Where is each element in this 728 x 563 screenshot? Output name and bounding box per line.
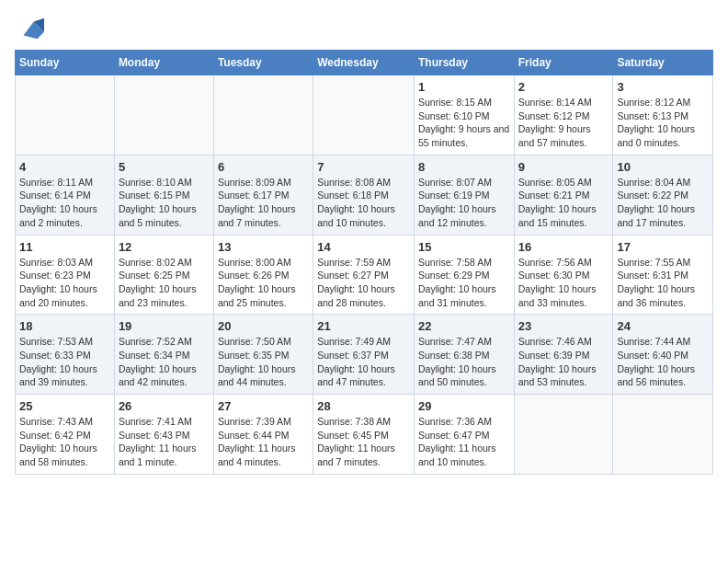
day-number: 7 [317, 160, 410, 174]
week-row-4: 25Sunrise: 7:43 AMSunset: 6:42 PMDayligh… [16, 395, 713, 475]
day-info: Sunrise: 8:10 AMSunset: 6:15 PMDaylight:… [119, 176, 210, 230]
day-info: Sunrise: 7:47 AMSunset: 6:38 PMDaylight:… [418, 335, 510, 389]
header-cell-friday: Friday [514, 51, 613, 75]
calendar-cell: 17Sunrise: 7:55 AMSunset: 6:31 PMDayligh… [613, 235, 713, 315]
day-info: Sunrise: 8:09 AMSunset: 6:17 PMDaylight:… [218, 176, 309, 230]
day-info: Sunrise: 7:55 AMSunset: 6:31 PMDaylight:… [617, 256, 709, 310]
day-info: Sunrise: 7:53 AMSunset: 6:33 PMDaylight:… [19, 335, 110, 389]
calendar-cell: 16Sunrise: 7:56 AMSunset: 6:30 PMDayligh… [514, 235, 613, 315]
calendar-cell: 3Sunrise: 8:12 AMSunset: 6:13 PMDaylight… [613, 75, 713, 155]
calendar-cell: 10Sunrise: 8:04 AMSunset: 6:22 PMDayligh… [613, 155, 713, 235]
day-number: 17 [617, 240, 709, 254]
calendar-cell: 24Sunrise: 7:44 AMSunset: 6:40 PMDayligh… [613, 315, 713, 395]
day-number: 23 [518, 319, 609, 333]
day-number: 4 [19, 160, 110, 174]
day-number: 24 [617, 319, 709, 333]
day-number: 6 [218, 160, 309, 174]
day-number: 12 [119, 240, 210, 254]
calendar-cell: 12Sunrise: 8:02 AMSunset: 6:25 PMDayligh… [114, 235, 213, 315]
day-number: 21 [317, 319, 410, 333]
day-info: Sunrise: 7:50 AMSunset: 6:35 PMDaylight:… [218, 335, 309, 389]
day-info: Sunrise: 7:52 AMSunset: 6:34 PMDaylight:… [119, 335, 210, 389]
calendar-cell: 25Sunrise: 7:43 AMSunset: 6:42 PMDayligh… [16, 395, 115, 475]
day-info: Sunrise: 7:44 AMSunset: 6:40 PMDaylight:… [617, 335, 709, 389]
header-cell-wednesday: Wednesday [313, 51, 415, 75]
day-info: Sunrise: 7:49 AMSunset: 6:37 PMDaylight:… [317, 335, 410, 389]
calendar-table: SundayMondayTuesdayWednesdayThursdayFrid… [15, 50, 713, 475]
calendar-cell: 9Sunrise: 8:05 AMSunset: 6:21 PMDaylight… [514, 155, 613, 235]
day-info: Sunrise: 8:05 AMSunset: 6:21 PMDaylight:… [518, 176, 609, 230]
day-number: 1 [418, 80, 510, 94]
day-number: 2 [518, 80, 609, 94]
calendar-cell: 5Sunrise: 8:10 AMSunset: 6:15 PMDaylight… [114, 155, 213, 235]
day-info: Sunrise: 7:46 AMSunset: 6:39 PMDaylight:… [518, 335, 609, 389]
day-number: 16 [518, 240, 609, 254]
day-number: 27 [218, 399, 309, 413]
calendar-cell [514, 395, 613, 475]
day-info: Sunrise: 8:12 AMSunset: 6:13 PMDaylight:… [617, 96, 709, 150]
calendar-cell: 13Sunrise: 8:00 AMSunset: 6:26 PMDayligh… [213, 235, 313, 315]
header-cell-thursday: Thursday [414, 51, 514, 75]
day-number: 18 [19, 319, 110, 333]
calendar-cell: 20Sunrise: 7:50 AMSunset: 6:35 PMDayligh… [213, 315, 313, 395]
calendar-cell: 23Sunrise: 7:46 AMSunset: 6:39 PMDayligh… [514, 315, 613, 395]
day-number: 5 [119, 160, 210, 174]
day-info: Sunrise: 7:39 AMSunset: 6:44 PMDaylight:… [218, 415, 309, 469]
calendar-cell [313, 75, 415, 155]
day-number: 25 [19, 399, 110, 413]
day-number: 26 [119, 399, 210, 413]
calendar-body: 1Sunrise: 8:15 AMSunset: 6:10 PMDaylight… [16, 75, 713, 475]
day-info: Sunrise: 7:38 AMSunset: 6:45 PMDaylight:… [317, 415, 410, 469]
calendar-cell: 6Sunrise: 8:09 AMSunset: 6:17 PMDaylight… [213, 155, 313, 235]
day-number: 29 [418, 399, 510, 413]
day-info: Sunrise: 7:56 AMSunset: 6:30 PMDaylight:… [518, 256, 609, 310]
day-number: 8 [418, 160, 510, 174]
calendar-header: SundayMondayTuesdayWednesdayThursdayFrid… [16, 51, 713, 75]
calendar-cell: 2Sunrise: 8:14 AMSunset: 6:12 PMDaylight… [514, 75, 613, 155]
calendar-cell: 11Sunrise: 8:03 AMSunset: 6:23 PMDayligh… [16, 235, 115, 315]
calendar-cell: 7Sunrise: 8:08 AMSunset: 6:18 PMDaylight… [313, 155, 415, 235]
day-info: Sunrise: 8:04 AMSunset: 6:22 PMDaylight:… [617, 176, 709, 230]
day-info: Sunrise: 8:00 AMSunset: 6:26 PMDaylight:… [218, 256, 309, 310]
calendar-cell: 27Sunrise: 7:39 AMSunset: 6:44 PMDayligh… [213, 395, 313, 475]
day-info: Sunrise: 8:08 AMSunset: 6:18 PMDaylight:… [317, 176, 410, 230]
calendar-cell: 8Sunrise: 8:07 AMSunset: 6:19 PMDaylight… [414, 155, 514, 235]
day-number: 10 [617, 160, 709, 174]
week-row-3: 18Sunrise: 7:53 AMSunset: 6:33 PMDayligh… [16, 315, 713, 395]
calendar-cell: 18Sunrise: 7:53 AMSunset: 6:33 PMDayligh… [16, 315, 115, 395]
day-number: 13 [218, 240, 309, 254]
calendar-cell [213, 75, 313, 155]
calendar-cell [613, 395, 713, 475]
calendar-cell: 1Sunrise: 8:15 AMSunset: 6:10 PMDaylight… [414, 75, 514, 155]
day-number: 22 [418, 319, 510, 333]
day-number: 15 [418, 240, 510, 254]
header-cell-sunday: Sunday [16, 51, 115, 75]
day-info: Sunrise: 8:03 AMSunset: 6:23 PMDaylight:… [19, 256, 110, 310]
calendar-cell [114, 75, 213, 155]
calendar-cell: 22Sunrise: 7:47 AMSunset: 6:38 PMDayligh… [414, 315, 514, 395]
calendar-cell: 21Sunrise: 7:49 AMSunset: 6:37 PMDayligh… [313, 315, 415, 395]
calendar-cell: 15Sunrise: 7:58 AMSunset: 6:29 PMDayligh… [414, 235, 514, 315]
calendar-cell: 29Sunrise: 7:36 AMSunset: 6:47 PMDayligh… [414, 395, 514, 475]
day-info: Sunrise: 8:15 AMSunset: 6:10 PMDaylight:… [418, 96, 510, 150]
day-info: Sunrise: 7:58 AMSunset: 6:29 PMDaylight:… [418, 256, 510, 310]
day-number: 3 [617, 80, 709, 94]
day-number: 28 [317, 399, 410, 413]
week-row-1: 4Sunrise: 8:11 AMSunset: 6:14 PMDaylight… [16, 155, 713, 235]
day-number: 11 [19, 240, 110, 254]
day-number: 9 [518, 160, 609, 174]
calendar-cell: 19Sunrise: 7:52 AMSunset: 6:34 PMDayligh… [114, 315, 213, 395]
day-number: 14 [317, 240, 410, 254]
day-info: Sunrise: 8:07 AMSunset: 6:19 PMDaylight:… [418, 176, 510, 230]
week-row-0: 1Sunrise: 8:15 AMSunset: 6:10 PMDaylight… [16, 75, 713, 155]
day-info: Sunrise: 7:41 AMSunset: 6:43 PMDaylight:… [119, 415, 210, 469]
header-cell-saturday: Saturday [613, 51, 713, 75]
calendar-cell: 28Sunrise: 7:38 AMSunset: 6:45 PMDayligh… [313, 395, 415, 475]
day-info: Sunrise: 7:36 AMSunset: 6:47 PMDaylight:… [418, 415, 510, 469]
calendar-cell: 26Sunrise: 7:41 AMSunset: 6:43 PMDayligh… [114, 395, 213, 475]
logo-icon [17, 15, 44, 42]
calendar-cell: 4Sunrise: 8:11 AMSunset: 6:14 PMDaylight… [16, 155, 115, 235]
page-header [15, 15, 713, 42]
header-row: SundayMondayTuesdayWednesdayThursdayFrid… [16, 51, 713, 75]
day-info: Sunrise: 7:43 AMSunset: 6:42 PMDaylight:… [19, 415, 110, 469]
